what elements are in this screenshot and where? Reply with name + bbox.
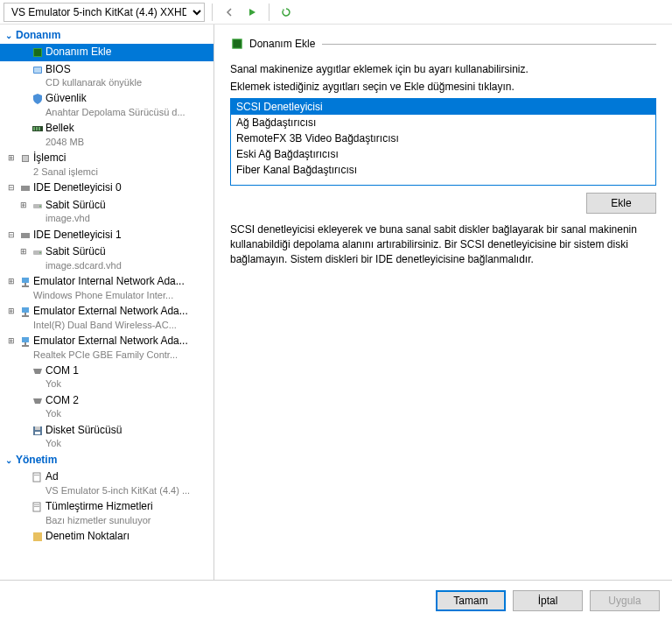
svg-rect-20 [24,313,26,315]
svg-rect-19 [22,307,29,313]
tree-harddrive[interactable]: ⊞ Sabit Sürücü image.vhd [0,197,214,227]
svg-rect-17 [24,283,26,285]
toolbar: VS Emulator 5-inch KitKat (4.4) XXHDPI P [0,0,672,25]
listbox-item[interactable]: RemoteFX 3B Video Bağdaştırıcısı [231,130,655,146]
tree-checkpoints[interactable]: Denetim Noktaları [0,528,214,546]
panel-title-row: Donanım Ekle [230,37,656,51]
tree-processor[interactable]: ⊞ İşlemci 2 Sanal işlemci [0,150,214,180]
svg-point-15 [39,252,41,254]
svg-rect-3 [34,67,41,73]
svg-rect-23 [24,342,26,345]
section-hardware[interactable]: ⌄ Donanım [0,26,214,44]
content-area: ⌄ Donanım Donanım Ekle BIOS CD kullanara… [0,25,672,580]
toolbar-separator [269,4,270,21]
tree-memory[interactable]: Bellek 2048 MB [0,120,214,150]
svg-rect-28 [33,473,40,482]
section-management[interactable]: ⌄ Yönetim [0,451,214,469]
listbox-item[interactable]: SCSI Denetleyicisi [231,99,655,115]
listbox-item[interactable]: Ağ Bağdaştırıcısı [231,115,655,130]
svg-rect-7 [38,127,40,130]
chevron-down-icon: ⌄ [5,31,12,40]
add-hardware-icon [230,37,244,51]
panel-title: Donanım Ekle [249,38,315,50]
expand-icon[interactable]: ⊞ [18,199,30,211]
serial-port-icon [30,394,46,407]
disk-icon [30,199,46,212]
add-hardware-icon [30,46,46,59]
serial-port-icon [30,364,46,377]
tree-com2[interactable]: COM 2 Yok [0,392,214,422]
memory-icon [30,122,46,135]
svg-rect-22 [22,337,29,342]
svg-rect-1 [34,49,41,56]
main-panel: Donanım Ekle Sanal makinenize aygıtlar e… [214,25,672,580]
apply-button[interactable]: Uygula [590,590,660,611]
tree-add-hardware[interactable]: Donanım Ekle [0,44,214,61]
listbox-item[interactable]: Eski Ağ Bağdaştırıcısı [231,146,655,162]
chevron-down-icon: ⌄ [5,455,12,465]
tree-network-external[interactable]: ⊞ Emulator External Network Ada... Intel… [0,303,214,333]
tree-network-internal[interactable]: ⊞ Emulator Internal Network Ada... Windo… [0,273,214,303]
svg-rect-29 [34,475,39,476]
svg-rect-21 [22,315,29,317]
network-icon [18,335,33,348]
expand-icon[interactable]: ⊞ [18,245,30,257]
svg-rect-16 [22,278,29,283]
vm-selector[interactable]: VS Emulator 5-inch KitKat (4.4) XXHDPI P [4,3,205,22]
add-button[interactable]: Ekle [586,193,656,214]
help-text: SCSI denetleyicisi ekleyerek ve buna san… [230,222,656,266]
services-icon [30,500,46,513]
section-label: Donanım [16,29,60,41]
svg-rect-5 [33,127,35,130]
svg-rect-32 [34,506,39,507]
svg-rect-6 [36,127,38,130]
tree-harddrive[interactable]: ⊞ Sabit Sürücü image.sdcard.vhd [0,243,214,273]
expand-icon[interactable]: ⊞ [5,335,18,347]
expand-icon[interactable]: ⊞ [5,275,18,287]
cancel-button[interactable]: İptal [513,590,583,611]
listbox-item[interactable]: Fiber Kanal Bağdaştırıcısı [231,162,655,178]
tree-floppy[interactable]: Disket Sürücüsü Yok [0,422,214,452]
svg-rect-35 [233,39,241,47]
tree-security[interactable]: Güvenlik Anahtar Depolama Sürücüsü d... [0,90,214,120]
tree-ide0[interactable]: ⊟ IDE Denetleyicisi 0 [0,180,214,197]
svg-rect-10 [21,186,30,191]
disk-icon [30,245,46,258]
controller-icon [18,181,33,194]
svg-rect-9 [23,156,28,161]
toolbar-separator [212,4,213,21]
collapse-icon[interactable]: ⊟ [5,181,18,194]
svg-rect-26 [35,426,40,430]
shield-icon [30,92,46,105]
svg-rect-27 [35,432,40,434]
floppy-icon [30,424,46,437]
svg-point-12 [39,205,41,207]
expand-icon[interactable]: ⊞ [5,151,18,164]
dialog-footer: Tamam İptal Uygula [0,580,672,620]
tree-name[interactable]: Ad VS Emulator 5-inch KitKat (4.4) ... [0,469,214,498]
tag-icon [30,470,46,483]
hardware-options-listbox[interactable]: SCSI Denetleyicisi Ağ Bağdaştırıcısı Rem… [230,98,656,186]
expand-icon[interactable]: ⊞ [5,305,18,317]
controller-icon [18,229,33,242]
svg-rect-18 [22,285,29,287]
ok-button[interactable]: Tamam [436,590,506,611]
tree-ide1[interactable]: ⊟ IDE Denetleyicisi 1 [0,227,214,244]
svg-rect-33 [33,532,42,541]
network-icon [18,305,33,318]
svg-rect-24 [22,345,29,347]
checkpoint-icon [30,530,46,543]
panel-desc-2: Eklemek istediğiniz aygıtları seçin ve E… [230,81,656,93]
tree-network-external[interactable]: ⊞ Emulator External Network Ada... Realt… [0,333,214,363]
tree-bios[interactable]: BIOS CD kullanarak önyükle [0,61,214,91]
nav-back-button[interactable] [220,3,239,22]
start-button[interactable] [242,3,262,22]
sidebar-tree[interactable]: ⌄ Donanım Donanım Ekle BIOS CD kullanara… [0,25,214,580]
chip-icon [30,63,46,76]
tree-com1[interactable]: COM 1 Yok [0,363,214,392]
svg-rect-31 [34,504,39,505]
title-divider [322,44,656,45]
refresh-button[interactable] [276,3,296,22]
collapse-icon[interactable]: ⊟ [5,229,18,241]
tree-integration[interactable]: Tümleştirme Hizmetleri Bazı hizmetler su… [0,498,214,528]
